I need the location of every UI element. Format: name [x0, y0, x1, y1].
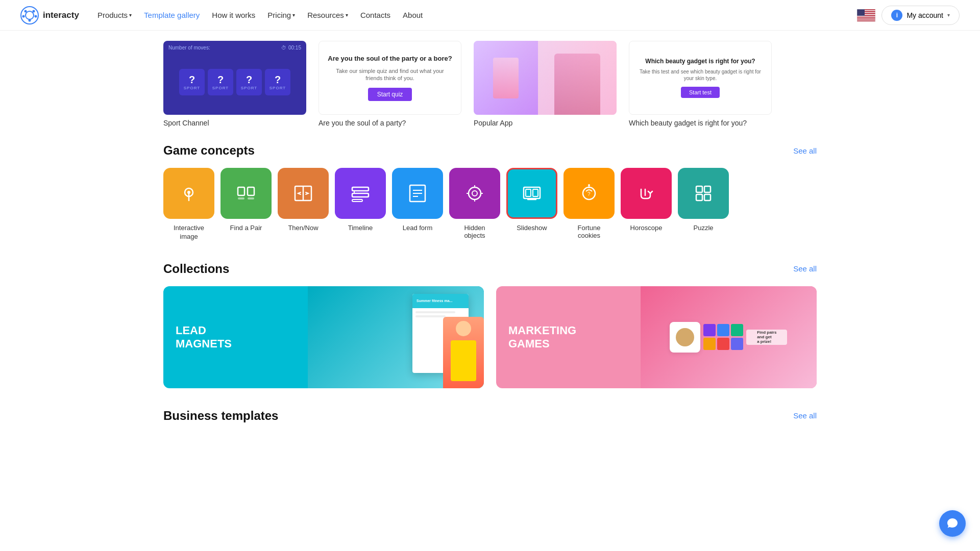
template-card-quiz[interactable]: Are you the soul of the party or a bore?…	[318, 41, 461, 127]
template-card-beauty-image: Which beauty gadget is right for you? Ta…	[629, 41, 772, 115]
template-card-quiz-label: Are you the soul of a party?	[318, 119, 461, 127]
concept-icon-box-interactive-image	[163, 168, 214, 219]
timeline-icon	[348, 181, 373, 206]
svg-rect-16	[857, 16, 875, 17]
game-concepts-header: Game concepts See all	[163, 143, 817, 158]
nav-right: i My account ▾	[857, 6, 960, 25]
collections-title: Collections	[163, 262, 229, 276]
nav-contacts[interactable]: Contacts	[360, 11, 390, 19]
thennow-icon	[291, 181, 315, 206]
svg-rect-17	[857, 17, 875, 18]
svg-point-40	[472, 191, 477, 196]
concept-icon-box-fortune: ?	[564, 168, 615, 219]
concept-item-horoscope[interactable]: Horoscope	[621, 168, 672, 232]
navbar: interacty Products ▾ Template gallery Ho…	[0, 0, 980, 31]
nav-resources[interactable]: Resources ▾	[307, 11, 348, 19]
sport-tile-2: ? SPORT	[208, 69, 233, 95]
concept-label-hidden-objects: Hiddenobjects	[464, 224, 485, 239]
svg-rect-21	[857, 9, 865, 16]
concept-item-lead-form[interactable]: Lead form	[392, 168, 443, 232]
concept-item-slideshow[interactable]: Slideshow	[506, 168, 557, 232]
concept-label-horoscope: Horoscope	[630, 224, 663, 232]
svg-rect-54	[696, 186, 702, 192]
nav-template-gallery[interactable]: Template gallery	[144, 11, 200, 19]
svg-text:?: ?	[587, 191, 591, 197]
sport-tile-4: ? SPORT	[265, 69, 290, 95]
concept-item-interactive-image[interactable]: Interactiveimage	[163, 168, 214, 241]
collections-header: Collections See all	[163, 262, 817, 276]
account-label: My account	[906, 11, 943, 19]
concept-item-puzzle[interactable]: Puzzle	[678, 168, 729, 232]
logo-text: interacty	[43, 10, 79, 20]
main-content: Number of moves: ⏱ 00:15 ? SPORT ? SPORT	[122, 31, 857, 423]
svg-point-2	[24, 10, 27, 12]
slideshow-icon	[520, 181, 544, 206]
concept-item-fortune-cookies[interactable]: ? Fortunecookies	[564, 168, 615, 239]
template-card-sport-image: Number of moves: ⏱ 00:15 ? SPORT ? SPORT	[163, 41, 306, 115]
template-card-beauty[interactable]: Which beauty gadget is right for you? Ta…	[629, 41, 772, 127]
svg-point-3	[33, 10, 35, 12]
business-templates-section: Business templates See all	[163, 409, 817, 423]
svg-point-5	[22, 15, 25, 17]
nav-pricing[interactable]: Pricing ▾	[267, 11, 295, 19]
quiz-card-subtitle: Take our simple quiz and find out what y…	[327, 67, 453, 82]
svg-rect-47	[533, 189, 538, 196]
logo-link[interactable]: interacty	[20, 6, 79, 24]
business-templates-title: Business templates	[163, 409, 278, 423]
template-card-popular-image	[474, 41, 617, 115]
hidden-icon	[462, 181, 487, 206]
nav-products[interactable]: Products ▾	[97, 11, 132, 19]
concept-icon-box-find-pair	[220, 168, 272, 219]
chevron-down-icon: ▾	[346, 12, 348, 18]
svg-rect-25	[238, 187, 244, 195]
collection-lead-deco: Summer fitness ma...	[308, 286, 484, 388]
concept-item-then-now[interactable]: Then/Now	[278, 168, 329, 232]
quiz-card-title: Are you the soul of the party or a bore?	[328, 55, 452, 63]
concept-icon-box-slideshow	[506, 168, 557, 219]
language-flag-button[interactable]	[857, 9, 875, 21]
svg-rect-27	[238, 197, 244, 199]
svg-rect-31	[352, 187, 369, 191]
concept-icon-box-timeline	[335, 168, 386, 219]
beauty-card-title: Which beauty gadget is right for you?	[645, 58, 755, 66]
chevron-down-icon: ▾	[129, 12, 132, 18]
template-card-sport[interactable]: Number of moves: ⏱ 00:15 ? SPORT ? SPORT	[163, 41, 306, 127]
svg-point-24	[187, 191, 190, 194]
business-templates-see-all[interactable]: See all	[793, 411, 817, 420]
concept-label-puzzle: Puzzle	[693, 224, 713, 232]
template-card-beauty-label: Which beauty gadget is right for you?	[629, 119, 772, 127]
leadform-icon	[405, 181, 430, 206]
svg-point-4	[29, 19, 31, 21]
nav-about[interactable]: About	[403, 11, 423, 19]
svg-point-6	[35, 15, 37, 17]
concept-label-lead-form: Lead form	[403, 224, 433, 232]
svg-rect-26	[248, 187, 254, 195]
collection-marketing-deco: Find pairsand geta prize!	[641, 286, 817, 388]
account-button[interactable]: i My account ▾	[881, 6, 960, 25]
concept-icon-box-puzzle	[678, 168, 729, 219]
game-concepts-see-all[interactable]: See all	[793, 146, 817, 155]
concept-label-slideshow: Slideshow	[517, 224, 547, 232]
template-card-popular[interactable]: Popular App	[474, 41, 617, 127]
concept-label-timeline: Timeline	[348, 224, 373, 232]
chevron-down-icon: ▾	[292, 12, 295, 18]
concept-label-fortune-cookies: Fortunecookies	[578, 224, 601, 239]
fortune-icon: ?	[577, 181, 601, 206]
puzzle-icon	[691, 181, 716, 206]
collections-section: Collections See all LEADMAGNETS Summer f…	[163, 262, 817, 388]
concept-item-timeline[interactable]: Timeline	[335, 168, 386, 232]
quiz-start-button[interactable]: Start quiz	[368, 88, 412, 101]
collections-see-all[interactable]: See all	[793, 264, 817, 273]
nav-how-it-works[interactable]: How it works	[212, 11, 255, 19]
collection-card-lead-magnets[interactable]: LEADMAGNETS Summer fitness ma...	[163, 286, 484, 388]
concept-item-hidden-objects[interactable]: Hiddenobjects	[449, 168, 500, 239]
concept-item-find-pair[interactable]: Find a Pair	[220, 168, 272, 232]
nav-links: Products ▾ Template gallery How it works…	[97, 11, 857, 19]
horoscope-icon	[634, 181, 658, 206]
beauty-start-button[interactable]: Start test	[681, 87, 720, 98]
collection-card-marketing-games[interactable]: MARKETINGGAMES	[496, 286, 817, 388]
concept-label-interactive-image: Interactiveimage	[174, 224, 204, 241]
svg-point-39	[469, 187, 481, 199]
business-templates-header: Business templates See all	[163, 409, 817, 423]
svg-rect-32	[352, 193, 369, 197]
